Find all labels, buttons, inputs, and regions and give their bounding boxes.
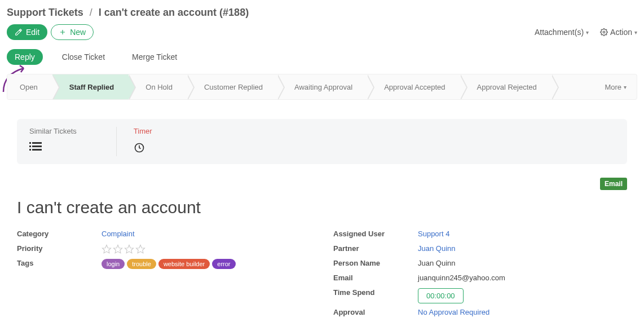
svg-rect-1 [29,142,31,144]
clock-icon [134,142,152,156]
priority-label: Priority [17,244,102,253]
svg-marker-11 [136,245,145,253]
chevron-down-icon: ▾ [624,84,627,90]
plus-icon [59,28,67,36]
new-button-label: New [70,28,86,37]
new-button[interactable]: New [51,24,94,40]
svg-marker-10 [125,245,134,253]
timer-tab[interactable]: Timer [116,127,169,156]
assigned-user-label: Assigned User [333,230,418,238]
tag-website-builder[interactable]: website builder [158,259,210,269]
assigned-user-value[interactable]: Support 4 [418,230,449,238]
star-icon[interactable] [113,244,123,254]
email-label: Email [333,274,418,282]
stage-awaiting-approval[interactable]: Awaiting Approval [277,74,367,99]
breadcrumb: Support Tickets / I can't create an acco… [7,7,637,19]
tag-error[interactable]: error [212,259,235,269]
pipeline-more-label: More [605,83,621,91]
similar-tickets-tab[interactable]: Similar Tickets [29,127,94,156]
svg-marker-9 [114,245,122,253]
tag-login[interactable]: login [102,259,125,269]
svg-rect-6 [32,149,42,151]
time-spend-value[interactable]: 00:00:00 [418,288,464,303]
star-icon[interactable] [102,244,112,254]
person-name-value: Juan Quinn [418,259,456,267]
svg-rect-4 [32,146,42,147]
stage-approval-accepted[interactable]: Approval Accepted [367,74,460,99]
person-name-label: Person Name [333,259,418,267]
ticket-title: I can't create an account [7,193,637,227]
tags-label: Tags [17,259,102,267]
stage-staff-replied[interactable]: Staff Replied [52,74,129,99]
close-ticket-tab[interactable]: Close Ticket [54,49,113,65]
priority-stars[interactable] [102,244,145,254]
tag-trouble[interactable]: trouble [127,259,156,269]
pencil-icon [15,28,23,36]
stage-open[interactable]: Open [7,74,52,99]
similar-tickets-label: Similar Tickets [29,127,77,135]
email-value: juanquinn245@yahoo.com [418,274,505,282]
action-label: Action [610,28,632,37]
svg-rect-5 [29,149,31,151]
svg-point-0 [603,31,605,33]
approval-value[interactable]: No Approval Required [418,308,489,316]
approval-label: Approval [333,308,418,316]
breadcrumb-root[interactable]: Support Tickets [7,7,83,18]
partner-label: Partner [333,244,418,253]
category-label: Category [17,230,102,238]
timer-label: Timer [134,127,152,135]
edit-button[interactable]: Edit [7,24,47,40]
star-icon[interactable] [135,244,145,254]
status-pipeline: OpenStaff RepliedOn HoldCustomer Replied… [7,74,637,100]
list-icon [29,142,77,154]
svg-rect-3 [29,146,31,147]
attachments-button[interactable]: Attachment(s) ▾ [535,28,589,37]
action-menu-button[interactable]: Action ▾ [600,28,637,37]
breadcrumb-separator: / [90,7,92,18]
edit-button-label: Edit [26,28,39,37]
chevron-down-icon: ▾ [634,29,637,36]
svg-rect-2 [32,142,42,144]
svg-marker-8 [103,245,111,253]
chevron-down-icon: ▾ [586,29,589,36]
tags-container: logintroublewebsite buildererror [102,259,236,269]
stage-on-hold[interactable]: On Hold [129,74,187,99]
gear-icon [600,28,608,36]
star-icon[interactable] [124,244,134,254]
attachments-label: Attachment(s) [535,28,584,37]
source-badge: Email [600,178,627,190]
stage-customer-replied[interactable]: Customer Replied [187,74,277,99]
pipeline-more-button[interactable]: More ▾ [594,74,637,99]
stage-approval-rejected[interactable]: Approval Rejected [460,74,552,99]
breadcrumb-current: I can't create an account (#188) [99,7,249,18]
merge-ticket-tab[interactable]: Merge Ticket [124,49,185,65]
time-spend-label: Time Spend [333,288,418,297]
category-value[interactable]: Complaint [102,230,135,238]
partner-value[interactable]: Juan Quinn [418,244,456,253]
